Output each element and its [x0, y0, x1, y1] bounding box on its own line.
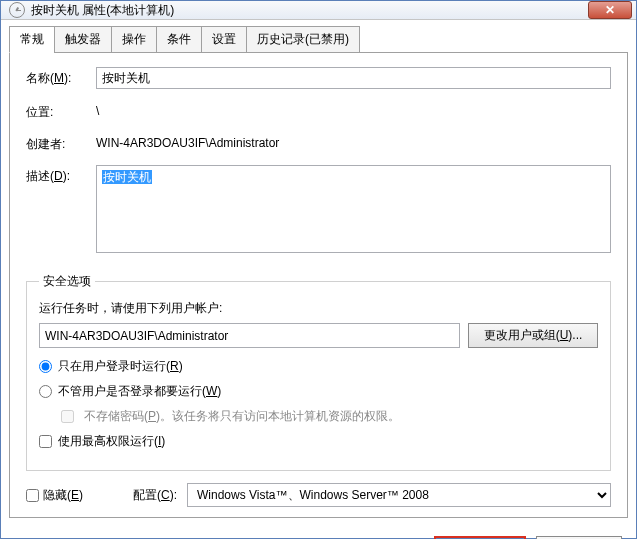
config-select[interactable]: Windows Vista™、Windows Server™ 2008 [187, 483, 611, 507]
radio-run-regardless[interactable]: 不管用户是否登录都要运行(W) [39, 383, 598, 400]
radio-run-when-logged-on[interactable]: 只在用户登录时运行(R) [39, 358, 598, 375]
tab-history[interactable]: 历史记录(已禁用) [246, 26, 360, 53]
checkbox-hidden[interactable]: 隐藏(E) [26, 487, 83, 504]
description-label: 描述(D): [26, 165, 96, 185]
tab-panel-general: 名称(M): 位置: \ 创建者: WIN-4AR3DOAU3IF\Admini… [9, 52, 628, 518]
radio-any-input[interactable] [39, 385, 52, 398]
hidden-checkbox-input[interactable] [26, 489, 39, 502]
name-input[interactable] [96, 67, 611, 89]
close-button[interactable]: ✕ [588, 1, 632, 19]
body: 常规 触发器 操作 条件 设置 历史记录(已禁用) 名称(M): 位置: \ 创… [1, 20, 636, 526]
highest-checkbox[interactable] [39, 435, 52, 448]
close-icon: ✕ [605, 3, 615, 17]
highest-label: 使用最高权限运行(I) [58, 433, 165, 450]
tab-actions[interactable]: 操作 [111, 26, 157, 53]
account-row: 更改用户或组(U)... [39, 323, 598, 348]
hidden-label: 隐藏(E) [43, 487, 83, 504]
tab-triggers[interactable]: 触发器 [54, 26, 112, 53]
tab-general[interactable]: 常规 [9, 26, 55, 53]
tab-strip: 常规 触发器 操作 条件 设置 历史记录(已禁用) [9, 26, 628, 53]
row-location: 位置: \ [26, 101, 611, 121]
row-name: 名称(M): [26, 67, 611, 89]
row-creator: 创建者: WIN-4AR3DOAU3IF\Administrator [26, 133, 611, 153]
security-legend: 安全选项 [39, 273, 95, 290]
window-title: 按时关机 属性(本地计算机) [31, 2, 588, 19]
config-label: 配置(C): [133, 487, 177, 504]
creator-value: WIN-4AR3DOAU3IF\Administrator [96, 133, 279, 150]
description-text: 按时关机 [102, 170, 152, 184]
row-description: 描述(D): 按时关机 [26, 165, 611, 253]
security-options-group: 安全选项 运行任务时，请使用下列用户帐户: 更改用户或组(U)... 只在用户登… [26, 273, 611, 471]
tab-settings[interactable]: 设置 [201, 26, 247, 53]
location-value: \ [96, 101, 99, 118]
name-label: 名称(M): [26, 67, 96, 87]
location-label: 位置: [26, 101, 96, 121]
change-user-button[interactable]: 更改用户或组(U)... [468, 323, 598, 348]
creator-label: 创建者: [26, 133, 96, 153]
radio-logged-input[interactable] [39, 360, 52, 373]
nopass-label: 不存储密码(P)。该任务将只有访问本地计算机资源的权限。 [84, 408, 400, 425]
dialog-footer: 确定 取消 [1, 526, 636, 539]
checkbox-highest-privileges[interactable]: 使用最高权限运行(I) [39, 433, 598, 450]
bottom-row: 隐藏(E) 配置(C): Windows Vista™、Windows Serv… [26, 483, 611, 507]
nopass-checkbox [61, 410, 74, 423]
radio-logged-label: 只在用户登录时运行(R) [58, 358, 183, 375]
titlebar: 按时关机 属性(本地计算机) ✕ [1, 1, 636, 20]
description-input[interactable]: 按时关机 [96, 165, 611, 253]
clock-icon [9, 2, 25, 18]
dialog-window: 按时关机 属性(本地计算机) ✕ 常规 触发器 操作 条件 设置 历史记录(已禁… [0, 0, 637, 539]
tab-conditions[interactable]: 条件 [156, 26, 202, 53]
checkbox-no-store-password: 不存储密码(P)。该任务将只有访问本地计算机资源的权限。 [61, 408, 598, 425]
account-input[interactable] [39, 323, 460, 348]
radio-any-label: 不管用户是否登录都要运行(W) [58, 383, 221, 400]
account-hint: 运行任务时，请使用下列用户帐户: [39, 300, 598, 317]
